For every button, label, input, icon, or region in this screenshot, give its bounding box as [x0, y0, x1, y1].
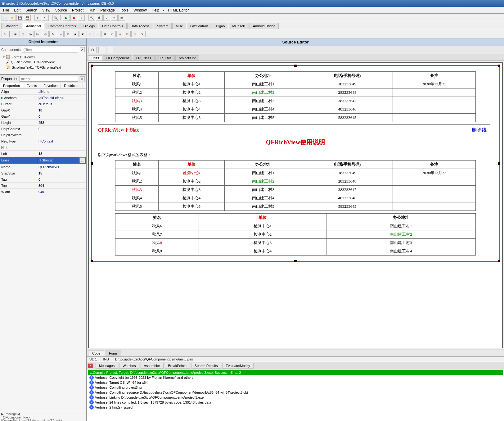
menu-edit[interactable]: Edit — [11, 7, 23, 13]
prop-row-stepsize[interactable]: StepSize 15 — [0, 170, 86, 176]
comp-tab-standard[interactable]: Standard — [1, 23, 22, 29]
menu-tools[interactable]: Tools — [117, 7, 131, 13]
comp-btn-edit[interactable]: ✎ — [49, 31, 56, 37]
comp-btn-nb[interactable]: 📋 — [131, 31, 138, 37]
prop-row-anchors[interactable]: ▶Anchors [akTop,akLeft,akI — [0, 95, 86, 101]
prop-row-name[interactable]: Name QFRichView1 — [0, 164, 86, 170]
toolbar-clean[interactable]: 🗑 — [96, 15, 103, 21]
toolbar-check[interactable]: ✓ — [103, 15, 110, 21]
handle-bottom-left[interactable] — [91, 260, 93, 262]
prop-row-helptype[interactable]: HelpType htContext — [0, 138, 86, 144]
comp-tab-digao[interactable]: Digao — [213, 23, 228, 29]
comp-tab-dialogs[interactable]: Dialogs — [80, 23, 98, 29]
comp-tab-common[interactable]: Common Controls — [45, 23, 79, 29]
prop-row-lines[interactable]: Lines (TStrings)... — [0, 157, 86, 164]
toolbar-over[interactable]: ⇛ — [118, 15, 125, 21]
file-tab-lr-utils[interactable]: LR_Utils — [155, 55, 175, 61]
comp-tab-system[interactable]: System — [154, 23, 172, 29]
prop-row-cursor[interactable]: Cursor crDefault — [0, 101, 86, 107]
toolbar-find[interactable]: 🔍 — [52, 15, 59, 21]
comp-btn-scroll[interactable]: ↕ — [94, 31, 101, 37]
comp-arrow-btn[interactable]: ↖ — [2, 31, 8, 37]
comp-btn-abi[interactable]: abl — [42, 31, 49, 37]
file-tab-unit3[interactable]: unit3 — [88, 55, 102, 61]
toolbar-stop[interactable]: ■ — [70, 15, 77, 21]
prop-row-width[interactable]: Width 940 — [0, 189, 86, 195]
menu-run[interactable]: Run — [86, 7, 98, 13]
toolbar-new[interactable]: 📄 — [2, 15, 8, 21]
comp-btn-check[interactable]: ☑ — [64, 31, 71, 37]
tab-code[interactable]: Code — [88, 351, 104, 356]
toolbar-save-all[interactable]: 💾 — [24, 15, 31, 21]
messages-close-btn[interactable]: ✕ — [88, 364, 93, 368]
file-tab-project3[interactable]: project3.lpr — [175, 55, 199, 61]
comp-btn-2[interactable]: ◫ — [20, 31, 26, 37]
menu-html-editor[interactable]: HTML Editor — [165, 7, 191, 13]
menu-window[interactable]: Window — [131, 7, 149, 13]
messages-tab-watches[interactable]: Watches — [119, 363, 139, 369]
comp-tab-lazcontrols[interactable]: LazControls — [187, 23, 212, 29]
toolbar-open[interactable]: 📂 — [9, 15, 16, 21]
menu-help[interactable]: Help — [149, 7, 162, 13]
messages-tab-evaluate[interactable]: Evaluate/Modify — [222, 363, 253, 369]
comp-btn-img[interactable]: 🖼 — [101, 31, 108, 37]
comp-btn-abc[interactable]: Abc — [34, 31, 41, 37]
comp-btn-1[interactable]: ▦ — [12, 31, 19, 37]
prop-row-helpcontext[interactable]: HelpContext 0 — [0, 126, 86, 132]
toolbar-step[interactable]: ⇒ — [111, 15, 118, 21]
comp-btn-ok[interactable]: Ok — [27, 31, 34, 37]
handle-bottom-right[interactable] — [498, 260, 500, 262]
editor-area[interactable]: 姓名 单位 办公地址 电话(手机号码) 备注 秋风1检测中心1南山建工村1183… — [88, 62, 503, 348]
prop-tab-restricted[interactable]: Restricted — [61, 83, 83, 88]
tab-form[interactable]: Form — [105, 351, 121, 356]
comp-btn-radio[interactable]: ◉ — [72, 31, 79, 37]
handle-top-left[interactable] — [91, 65, 93, 67]
comp-btn-group[interactable]: ▣ — [79, 31, 86, 37]
comp-btn-paint[interactable]: 🎨 — [124, 31, 131, 37]
file-tab-lr-class[interactable]: LR_Class — [133, 55, 155, 61]
messages-tab-messages[interactable]: Messages — [96, 363, 118, 369]
prop-row-height[interactable]: Height 452 — [0, 120, 86, 126]
messages-tab-search[interactable]: Search Results — [191, 363, 221, 369]
menu-view[interactable]: View — [40, 7, 53, 13]
source-back-btn[interactable]: ⬡ — [88, 47, 97, 53]
menu-package[interactable]: Package — [98, 7, 117, 13]
handle-right[interactable] — [498, 162, 500, 165]
prop-row-top[interactable]: Top 304 — [0, 183, 86, 189]
comp-tab-misc[interactable]: Misc — [172, 23, 186, 29]
comp-btn-bevel[interactable]: ▭ — [116, 31, 123, 37]
menu-search[interactable]: Search — [23, 7, 40, 13]
comp-tab-data-access[interactable]: Data Access — [127, 23, 153, 29]
prop-row-gapx[interactable]: GapX 10 — [0, 107, 86, 113]
comp-btn-ok2[interactable]: Ok — [139, 31, 146, 37]
toolbar-build[interactable]: 🔨 — [88, 15, 95, 21]
messages-tab-breakpoints[interactable]: BreakPoints — [165, 363, 190, 369]
inspector-close-btn[interactable]: ✕ — [80, 47, 85, 52]
handle-top[interactable] — [294, 65, 297, 67]
prop-tab-favorites[interactable]: Favorites — [40, 83, 61, 88]
prop-row-left[interactable]: Left 18 ▶ — [0, 151, 86, 157]
prop-row-hint[interactable]: Hint — [0, 144, 86, 151]
menu-project[interactable]: Project — [70, 7, 86, 13]
delete-link[interactable]: 删除线 — [472, 127, 487, 134]
comp-btn-panel[interactable]: ⬜ — [87, 31, 93, 37]
toolbar-undo[interactable]: ↩ — [34, 15, 41, 21]
prop-row-helpkeyword[interactable]: HelpKeyword — [0, 132, 86, 138]
file-tab-qfcomponent[interactable]: QFComponent — [103, 55, 132, 61]
comp-tab-mcaselli[interactable]: MCaselli — [229, 23, 249, 29]
toolbar-pause[interactable]: ⏸ — [78, 15, 85, 21]
menu-source[interactable]: Source — [53, 7, 70, 13]
lines-ellipsis-btn[interactable]: ... — [79, 157, 85, 163]
comp-tab-android[interactable]: Android Bridge — [250, 23, 279, 29]
comp-btn-on[interactable]: on — [57, 31, 64, 37]
tree-item-form[interactable]: ▼ 🪟 Form1: TForm1 — [1, 54, 85, 60]
comp-tab-data-controls[interactable]: Data Controls — [99, 23, 126, 29]
prop-close-btn[interactable]: ✕ — [80, 76, 85, 81]
handle-left[interactable] — [91, 162, 93, 165]
prop-row-gapy[interactable]: GapY 0 — [0, 113, 86, 120]
source-prev-btn[interactable]: ← — [98, 47, 105, 53]
menu-file[interactable]: File — [1, 7, 11, 13]
source-next-btn[interactable]: → — [107, 47, 114, 53]
toolbar-redo[interactable]: ↪ — [42, 15, 49, 21]
properties-filter[interactable] — [20, 76, 78, 82]
